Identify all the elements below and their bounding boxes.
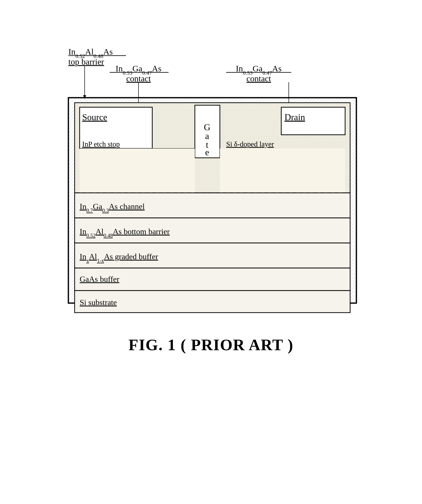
inp-etch-stop-label: InP etch stop: [82, 140, 120, 148]
page-container: In0.52Al0.48As top barrier In0.53Ga0.47A…: [0, 0, 422, 504]
svg-text:e: e: [205, 147, 209, 157]
diagram-area: In0.52Al0.48As top barrier In0.53Ga0.47A…: [61, 45, 361, 354]
si-delta-label: Si δ-doped layer: [226, 140, 274, 148]
si-substrate-label: Si substrate: [80, 298, 117, 307]
svg-rect-22: [220, 149, 345, 193]
diagram-svg: In0.52Al0.48As top barrier In0.53Ga0.47A…: [61, 45, 361, 316]
source-label: Source: [82, 112, 107, 122]
drain-label: Drain: [285, 112, 305, 122]
contact-right-label-line2: contact: [246, 74, 271, 83]
gate-label: G: [204, 122, 210, 132]
svg-rect-21: [80, 149, 195, 193]
figure-caption: FIG. 1 ( PRIOR ART ): [61, 336, 361, 354]
contact-left-label-line2: contact: [126, 74, 151, 83]
svg-text:a: a: [205, 131, 209, 141]
top-barrier-label-line2: top barrier: [68, 57, 104, 66]
gaas-buffer-label: GaAs buffer: [80, 275, 119, 284]
